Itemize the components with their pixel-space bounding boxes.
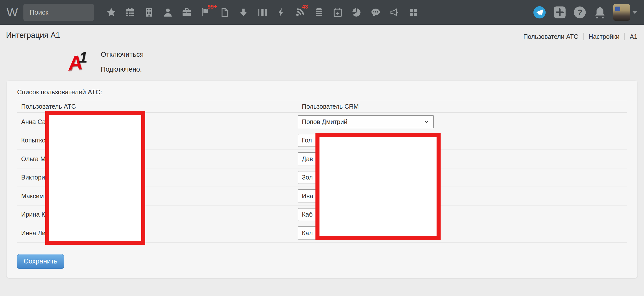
flag-icon[interactable]: 99+	[200, 7, 211, 18]
calendar-plus-icon[interactable]	[333, 7, 343, 18]
chat-icon[interactable]	[370, 7, 381, 18]
file-icon[interactable]	[219, 7, 230, 18]
account-menu[interactable]	[613, 4, 637, 21]
caret-down-icon[interactable]	[632, 10, 637, 14]
database-icon[interactable]	[314, 7, 324, 18]
column-header-atc: Пользователь АТС	[17, 103, 298, 110]
star-icon[interactable]	[106, 7, 117, 18]
header-links: Пользователи АТС Настройки A1	[518, 33, 637, 40]
link-atc-users[interactable]: Пользователи АТС	[518, 33, 583, 40]
top-toolbar: W	[0, 0, 644, 25]
link-settings[interactable]: Настройки	[584, 33, 625, 40]
bolt-icon[interactable]	[276, 7, 287, 18]
a1-logo: A 1	[68, 50, 91, 74]
user-avatar[interactable]	[613, 4, 630, 21]
flag-badge: 99+	[207, 4, 217, 10]
redaction-box-left	[45, 111, 145, 245]
building-icon[interactable]	[144, 7, 154, 18]
telegram-icon[interactable]	[533, 6, 546, 19]
user-icon[interactable]	[163, 7, 173, 18]
calendar-icon[interactable]	[125, 7, 135, 18]
download-icon[interactable]	[238, 7, 249, 18]
svg-text:?: ?	[577, 8, 583, 17]
rss-badge: 43	[302, 4, 308, 10]
a1-logo-digit-one: 1	[79, 50, 87, 65]
add-icon[interactable]	[553, 6, 566, 19]
connection-status: Подключено.	[101, 66, 142, 73]
bell-icon[interactable]	[593, 6, 607, 19]
search-input[interactable]	[23, 4, 94, 21]
help-icon[interactable]: ?	[573, 6, 587, 19]
chevron-down-icon	[423, 119, 430, 125]
grid-icon[interactable]	[408, 7, 419, 18]
toolbar-right-cluster: ?	[533, 4, 637, 21]
save-button[interactable]: Сохранить	[17, 254, 64, 269]
rss-icon[interactable]: 43	[295, 7, 305, 18]
crm-user-select[interactable]: Попов Дмитрий	[298, 115, 434, 128]
barcode-icon[interactable]	[257, 7, 268, 18]
page-title: Интеграция A1	[6, 31, 60, 40]
list-title: Список пользователей АТС:	[17, 88, 627, 100]
redaction-box-right	[315, 133, 441, 240]
column-header-crm: Пользователь CRM	[298, 103, 627, 110]
briefcase-icon[interactable]	[182, 7, 192, 18]
link-a1[interactable]: A1	[625, 33, 637, 40]
toolbar-icon-row: 99+ 43	[106, 7, 419, 18]
disconnect-link[interactable]: Отключиться	[101, 50, 144, 58]
megaphone-icon[interactable]	[389, 7, 400, 18]
pie-chart-icon[interactable]	[351, 7, 362, 18]
app-logo[interactable]: W	[7, 6, 18, 18]
